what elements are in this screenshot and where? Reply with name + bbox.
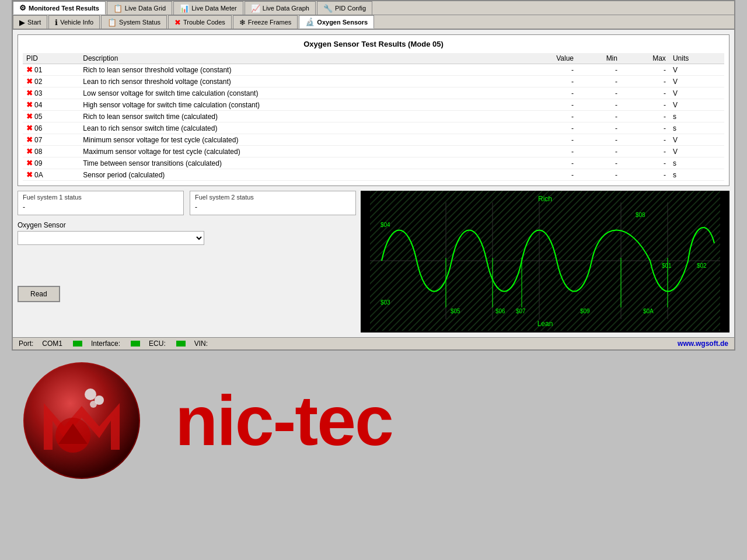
- table-row: ✖09 Time between sensor transitions (cal…: [23, 158, 724, 169]
- cell-units: V: [669, 146, 724, 158]
- tab-start[interactable]: ▶ Start: [13, 15, 47, 29]
- cell-pid: ✖04: [23, 99, 79, 111]
- cell-description: High sensor voltage for switch time calc…: [79, 99, 519, 111]
- tab-live-grid[interactable]: 📋 Live Data Grid: [107, 1, 172, 15]
- table-row: ✖06 Lean to rich sensor switch time (cal…: [23, 123, 724, 134]
- port-value: COM1: [42, 340, 62, 348]
- tab-monitored[interactable]: ⚙ Monitored Test Results: [13, 1, 106, 15]
- cell-min: -: [577, 111, 621, 123]
- brand-nic: nic: [175, 382, 273, 460]
- sensor-chart: Rich Lean $04 $08: [361, 191, 729, 331]
- tab-pid-config[interactable]: 🔧 PID Config: [317, 1, 372, 15]
- tab-oxygen-sensors[interactable]: 🔬 Oxygen Sensors: [299, 15, 374, 29]
- cell-units: V: [669, 134, 724, 146]
- results-table: PID Description Value Min Max Units ✖01 …: [23, 53, 724, 181]
- cell-pid: ✖02: [23, 76, 79, 88]
- cell-description: Time between sensor transitions (calcula…: [79, 158, 519, 169]
- cell-value: -: [519, 134, 577, 146]
- website-link[interactable]: www.wgsoft.de: [678, 340, 728, 348]
- svg-text:$02: $02: [697, 262, 707, 269]
- status-icon: 📋: [107, 18, 117, 27]
- tab-live-graph[interactable]: 📈 Live Data Graph: [245, 1, 316, 15]
- left-panel: Fuel system 1 status - Fuel system 2 sta…: [18, 191, 356, 332]
- bottom-section: Fuel system 1 status - Fuel system 2 sta…: [18, 191, 729, 332]
- cell-min: -: [577, 123, 621, 134]
- cell-min: -: [577, 158, 621, 169]
- cell-max: -: [621, 146, 669, 158]
- svg-point-28: [90, 401, 97, 408]
- table-row: ✖07 Minimum sensor voltage for test cycl…: [23, 134, 724, 146]
- cell-min: -: [577, 64, 621, 76]
- fuel-system-1-value: -: [23, 202, 179, 212]
- cell-description: Rich to lean sensor threshold voltage (c…: [79, 64, 519, 76]
- freeze-icon: ❄: [239, 18, 246, 27]
- tab-trouble-codes[interactable]: ✖ Trouble Codes: [168, 15, 232, 29]
- fuel-status-row: Fuel system 1 status - Fuel system 2 sta…: [18, 191, 356, 215]
- oxygen-sensor-select[interactable]: [18, 231, 204, 245]
- port-indicator: [73, 341, 82, 346]
- table-row: ✖08 Maximum sensor voltage for test cycl…: [23, 146, 724, 158]
- x-icon: ✖: [26, 147, 33, 156]
- cell-units: V: [669, 99, 724, 111]
- svg-text:$04: $04: [381, 222, 390, 228]
- cell-units: s: [669, 158, 724, 169]
- cell-value: -: [519, 169, 577, 181]
- brand-dash: -: [273, 382, 295, 460]
- cell-units: s: [669, 111, 724, 123]
- branding-section: nic-tec: [0, 351, 747, 491]
- cell-value: -: [519, 88, 577, 99]
- cell-description: Low sensor voltage for switch time calcu…: [79, 88, 519, 99]
- meter-icon: 📊: [180, 4, 189, 13]
- cell-pid: ✖08: [23, 146, 79, 158]
- col-pid: PID: [23, 53, 79, 64]
- cell-min: -: [577, 76, 621, 88]
- chart-container: Rich Lean $04 $08: [361, 191, 729, 332]
- ecu-label: ECU:: [149, 340, 166, 348]
- tab-live-meter[interactable]: 📊 Live Data Meter: [173, 1, 243, 15]
- col-units: Units: [669, 53, 724, 64]
- tab-vehicle-info[interactable]: ℹ Vehicle Info: [48, 15, 100, 29]
- x-icon: ✖: [26, 77, 33, 86]
- brand-tec: tec: [295, 382, 392, 460]
- x-icon: ✖: [26, 124, 33, 132]
- svg-point-26: [85, 388, 96, 400]
- x-icon: ✖: [26, 89, 33, 97]
- status-left: Port: COM1 Interface: ECU: VIN:: [19, 340, 208, 348]
- pid-icon: 🔧: [323, 4, 333, 13]
- oxygen-sensor-section: Oxygen Sensor: [18, 221, 356, 245]
- col-min: Min: [577, 53, 621, 64]
- results-panel: Oxygen Sensor Test Results (Mode 05) PID…: [18, 34, 729, 186]
- trouble-icon: ✖: [174, 18, 181, 27]
- fuel-system-2-label: Fuel system 2 status: [195, 194, 351, 201]
- table-row: ✖02 Lean to rich sensor threshold voltag…: [23, 76, 724, 88]
- graph-icon: 📈: [251, 4, 260, 13]
- read-button[interactable]: Read: [18, 286, 60, 302]
- table-row: ✖01 Rich to lean sensor threshold voltag…: [23, 64, 724, 76]
- cell-min: -: [577, 88, 621, 99]
- ecu-indicator: [176, 341, 186, 346]
- tab-system-status[interactable]: 📋 System Status: [101, 15, 167, 29]
- cell-description: Sensor period (calculated): [79, 169, 519, 181]
- svg-text:$08: $08: [636, 212, 645, 218]
- interface-indicator: [131, 341, 140, 346]
- tab-freeze-frames[interactable]: ❄ Freeze Frames: [233, 15, 298, 29]
- cell-description: Lean to rich sensor threshold voltage (c…: [79, 76, 519, 88]
- cell-value: -: [519, 99, 577, 111]
- col-value: Value: [519, 53, 577, 64]
- cell-pid: ✖0A: [23, 169, 79, 181]
- x-icon: ✖: [26, 159, 33, 167]
- cell-value: -: [519, 158, 577, 169]
- tab-bar-2: ▶ Start ℹ Vehicle Info 📋 System Status ✖…: [13, 15, 734, 30]
- tab-bar-1: ⚙ Monitored Test Results 📋 Live Data Gri…: [13, 1, 734, 15]
- start-icon: ▶: [19, 18, 25, 27]
- cell-max: -: [621, 88, 669, 99]
- cell-pid: ✖09: [23, 158, 79, 169]
- cell-pid: ✖01: [23, 64, 79, 76]
- cell-units: V: [669, 88, 724, 99]
- svg-text:$07: $07: [516, 308, 526, 314]
- svg-text:Rich: Rich: [538, 195, 552, 203]
- oxygen-sensor-label: Oxygen Sensor: [18, 221, 356, 229]
- grid-icon: 📋: [113, 4, 123, 13]
- svg-text:$0A: $0A: [643, 308, 654, 314]
- fuel-system-1-label: Fuel system 1 status: [23, 194, 179, 201]
